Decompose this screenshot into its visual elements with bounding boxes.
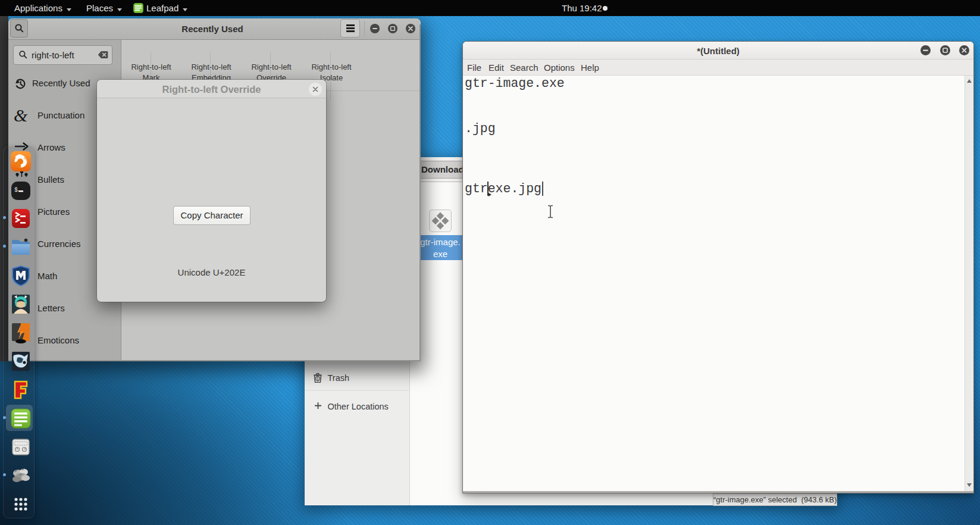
svg-text:$: $: [14, 187, 18, 193]
